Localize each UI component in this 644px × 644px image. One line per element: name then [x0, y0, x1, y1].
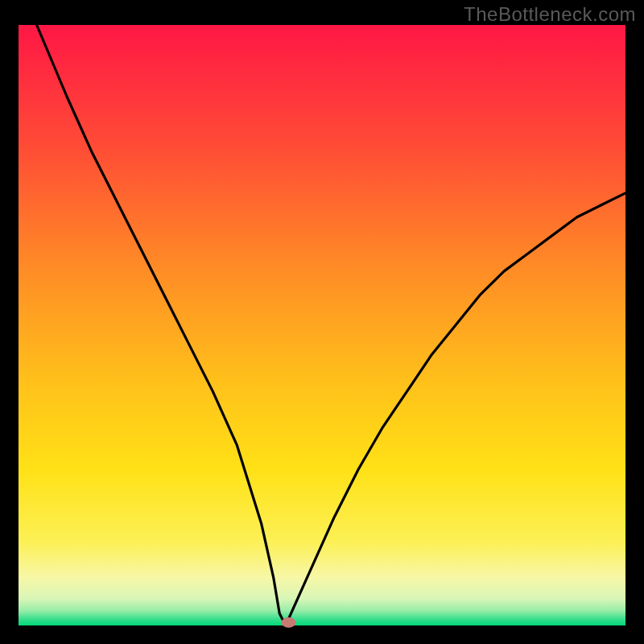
optimal-point-marker	[282, 617, 296, 628]
watermark-text: TheBottleneck.com	[464, 3, 636, 26]
bottleneck-chart	[0, 0, 644, 644]
gradient-background	[19, 25, 625, 625]
chart-stage: TheBottleneck.com	[0, 0, 644, 644]
